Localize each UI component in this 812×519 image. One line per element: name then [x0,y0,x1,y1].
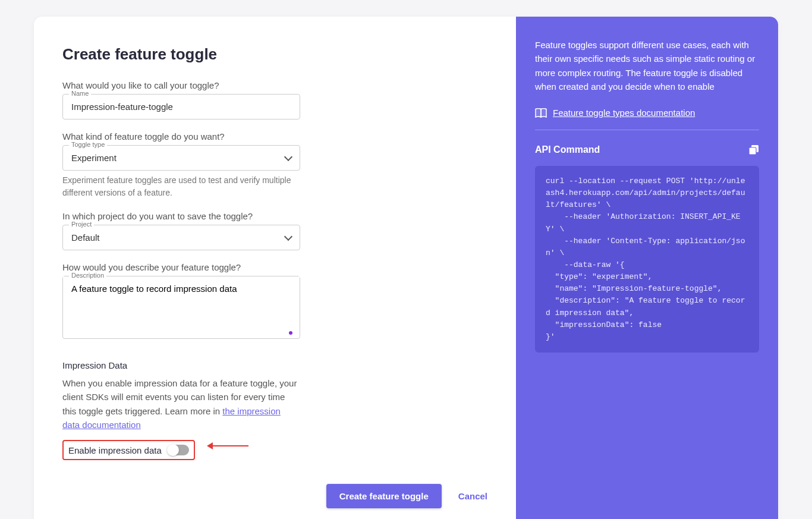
sidebar-description: Feature toggles support different use ca… [535,38,759,93]
project-value: Default [63,225,300,250]
create-button[interactable]: Create feature toggle [326,484,442,508]
name-field-group: What would you like to call your toggle?… [62,80,487,119]
description-textarea[interactable] [63,276,300,336]
api-code-block[interactable]: curl --location --request POST 'http://u… [535,166,759,353]
impression-description: When you enable impression data for a fe… [62,376,300,432]
type-select[interactable]: Toggle type Experiment [62,145,300,171]
page-title: Create feature toggle [62,45,487,64]
name-question: What would you like to call your toggle? [62,80,487,90]
sidebar-divider [535,130,759,130]
highlight-arrow-icon [207,442,248,449]
type-question: What kind of feature toggle do you want? [62,131,487,141]
type-value: Experiment [63,146,300,170]
cancel-button[interactable]: Cancel [458,491,487,501]
description-wrapper: Description [62,276,300,339]
doc-link[interactable]: Feature toggle types documentation [553,108,695,118]
api-title: API Command [535,144,600,155]
name-input-wrapper: Name [62,94,300,119]
svg-rect-1 [749,147,756,155]
description-label: Description [69,272,106,279]
project-label: Project [69,221,94,228]
api-header: API Command [535,144,759,155]
enable-impression-toggle[interactable] [168,445,189,455]
type-helper-text: Experiment feature toggles are used to t… [62,174,300,199]
type-field-group: What kind of feature toggle do you want?… [62,131,487,199]
resize-handle-icon[interactable] [289,331,292,335]
name-label: Name [69,90,91,97]
book-icon [535,108,547,118]
enable-impression-row: Enable impression data [62,440,195,460]
description-question: How would you describe your feature togg… [62,262,487,272]
project-question: In which project do you want to save the… [62,211,487,221]
copy-icon[interactable] [748,144,759,155]
toggle-thumb [167,444,179,456]
type-label: Toggle type [69,141,107,148]
create-toggle-card: Create feature toggle What would you lik… [34,17,778,519]
project-field-group: In which project do you want to save the… [62,211,487,250]
name-input[interactable] [63,95,300,119]
impression-section: Impression Data When you enable impressi… [62,351,487,460]
project-select[interactable]: Project Default [62,225,300,250]
form-panel: Create feature toggle What would you lik… [34,17,516,519]
button-row: Create feature toggle Cancel [62,484,487,508]
doc-link-row: Feature toggle types documentation [535,108,759,118]
description-field-group: How would you describe your feature togg… [62,262,487,339]
enable-impression-label: Enable impression data [68,445,162,455]
sidebar-panel: Feature toggles support different use ca… [516,17,778,519]
impression-title: Impression Data [62,360,487,370]
